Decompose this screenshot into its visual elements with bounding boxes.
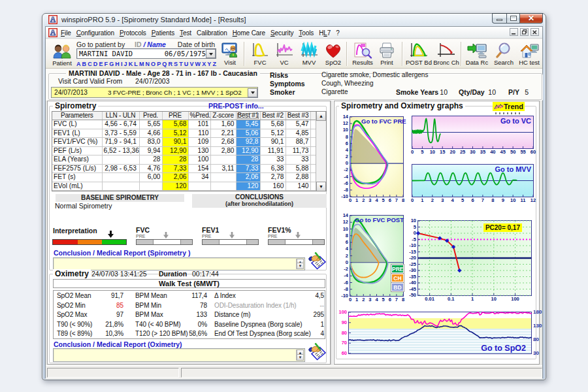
pre-post-info-link[interactable]: PRE-POST info... <box>208 102 264 110</box>
spo2-trend-chart[interactable]: Go to SpO2 100908070601801308030 <box>348 312 532 354</box>
alphabet-letter-x[interactable]: X <box>202 61 206 67</box>
menu-home-care[interactable]: Home Care <box>230 29 268 37</box>
mvv-chart[interactable]: Go to MVV0123456789101112 <box>412 164 534 197</box>
column-header-pre[interactable]: PRE <box>162 112 188 120</box>
mdi-close-button[interactable] <box>531 28 539 36</box>
menu-test[interactable]: Test <box>177 29 194 37</box>
table-row-evol-ml[interactable]: EVol (mL)120120160140 <box>52 182 317 191</box>
menu-[interactable]: ? <box>333 29 342 37</box>
alphabet-letter-c[interactable]: C <box>88 61 92 67</box>
menu-calibration[interactable]: Calibration <box>194 29 230 37</box>
scroll-down-button[interactable]: ▼ <box>316 182 326 191</box>
oxi-conclusion-link[interactable]: Conclusion / Medical Report (Oximetry) <box>54 340 182 348</box>
alphabet-letter-d[interactable]: D <box>93 61 98 67</box>
alphabet-letter-m[interactable]: M <box>139 61 144 67</box>
alphabet-letter-w[interactable]: W <box>195 61 201 67</box>
menu-security[interactable]: Security <box>268 29 296 37</box>
minimize-button[interactable] <box>492 13 506 24</box>
textarea-scrollbar[interactable]: ▲▼ <box>296 259 304 269</box>
column-header-pred[interactable]: Pred. <box>139 112 162 120</box>
alphabet-letter-h[interactable]: H <box>115 61 120 67</box>
patient-search-input[interactable]: MARTINI DAVID 06/05/1975 <box>76 48 216 59</box>
menu-protocols[interactable]: Protocols <box>117 29 149 37</box>
vc-chart[interactable]: Go to VC051015202530354045505560 <box>412 116 534 149</box>
alphabet-letter-j[interactable]: J <box>124 61 127 67</box>
column-header-pred[interactable]: %Pred. <box>188 112 210 120</box>
fvc-pre-chart[interactable]: Go to FVC PRE14121086420-2-4-6-8-1001234… <box>350 116 404 197</box>
alphabet-letter-v[interactable]: V <box>189 61 193 67</box>
menu-tools[interactable]: Tools <box>296 29 316 37</box>
go-to-vc-link[interactable]: Go to VC <box>500 117 531 125</box>
table-row-fev1-l[interactable]: FEV1 (L)3,73 - 5,594,665,121102,215,065,… <box>52 129 317 138</box>
toolbar-patient-button[interactable]: Patient <box>49 42 75 67</box>
table-row-fvc-l[interactable]: FVC (L)4,56 - 6,745,655,681011,605,455,6… <box>52 120 317 129</box>
trend-button[interactable]: Trend <box>493 102 525 111</box>
visit-select[interactable]: 24/07/2013 3 FVC-PRE ; Bronc Ch ; 1 VC ;… <box>51 87 258 98</box>
toolbar-print-button[interactable]: Print <box>372 42 402 66</box>
column-header-best-1[interactable]: Best #1 <box>236 112 260 120</box>
alphabet-letter-i[interactable]: I <box>121 61 123 67</box>
visit-dropdown-button[interactable] <box>248 88 257 97</box>
dob-dropdown-button[interactable] <box>206 49 216 58</box>
scroll-up-button[interactable]: ▲ <box>316 111 326 121</box>
alphabet-letter-b[interactable]: B <box>82 61 87 67</box>
title-bar[interactable]: winspiroPRO 5.9 - [Spirometry Standard M… <box>42 14 546 26</box>
menu-hl7[interactable]: HL7 <box>316 29 333 37</box>
edit-notepad-icon[interactable] <box>307 342 327 361</box>
alphabet-letter-t[interactable]: T <box>179 61 183 67</box>
alphabet-letter-s[interactable]: S <box>174 61 178 67</box>
menu-patients[interactable]: Patients <box>149 29 177 37</box>
table-row-pef-l-s[interactable]: PEF (L/s)6,52 - 13,369,9412,901302,8012,… <box>52 146 317 155</box>
alphabet-letter-k[interactable]: K <box>129 61 133 67</box>
table-scrollbar[interactable]: ▲ ▼ <box>316 112 326 191</box>
alphabet-letter-e[interactable]: E <box>99 61 103 67</box>
alphabet-letter-u[interactable]: U <box>184 61 189 67</box>
spiro-conclusion-textarea[interactable]: ▲▼ <box>53 257 305 270</box>
alphabet-letter-a[interactable]: A <box>76 61 81 67</box>
toolbar-bronc-ch-button[interactable]: Bronc Ch <box>431 42 461 66</box>
maximize-button[interactable] <box>506 13 520 24</box>
alphabet-letter-o[interactable]: O <box>151 61 155 67</box>
column-header-best-2[interactable]: Best #2 <box>260 112 286 120</box>
toolbar-spo2-button[interactable]: SpO2 <box>318 42 348 66</box>
toolbar-hc-test-button[interactable]: HC test <box>514 42 544 66</box>
table-row-fev1-fvc[interactable]: FEV1/FVC (%)71,9 - 94,183,090,11092,6892… <box>52 138 317 147</box>
table-row-fef2575-l-s[interactable]: FEF2575 (L/s)2,98 - 6,534,767,331543,117… <box>52 164 317 173</box>
table-row-ela-years[interactable]: ELA (Years)2828100283333 <box>52 155 317 165</box>
table-row-fet-s[interactable]: FET (s)6,002,06342,062,782,88 <box>52 173 317 182</box>
mdi-minimize-button[interactable] <box>510 28 518 36</box>
toolbar-data-rc-button[interactable]: Data Rc <box>462 42 492 66</box>
go-to-spo2-link[interactable]: Go to SpO2 <box>481 344 526 353</box>
mdi-restore-button[interactable] <box>520 28 529 36</box>
toolbar-visit-button[interactable]: Visit <box>215 42 245 66</box>
alphabet-letter-r[interactable]: R <box>168 61 172 67</box>
column-header-parameters[interactable]: Parameters <box>52 112 102 120</box>
textarea-scrollbar[interactable]: ▲▼ <box>296 350 304 361</box>
oxi-conclusion-textarea[interactable]: ▲▼ <box>53 348 305 362</box>
spiro-conclusion-link[interactable]: Conclusion / Medical Report (Spirometry … <box>54 249 190 257</box>
goto-by-name-link[interactable]: / Name <box>143 41 165 48</box>
scroll-down-button[interactable]: ▼ <box>297 354 304 361</box>
menu-file[interactable]: File <box>58 29 74 37</box>
alphabet-letter-q[interactable]: Q <box>162 61 167 67</box>
close-button[interactable]: ✕ <box>520 13 543 24</box>
toolbar-post-bd-button[interactable]: POST Bd <box>404 42 434 66</box>
column-header-z-score[interactable]: Z-score <box>210 112 236 120</box>
scroll-down-button[interactable]: ▼ <box>297 263 304 269</box>
alphabet-letter-n[interactable]: N <box>145 61 150 67</box>
alphabet-letter-g[interactable]: G <box>109 61 114 67</box>
column-header-best-3[interactable]: Best #3 <box>286 112 310 120</box>
column-header-lln-uln[interactable]: LLN - ULN <box>102 112 139 120</box>
edit-notepad-icon[interactable] <box>307 252 327 270</box>
go-to-fvc-post-link[interactable]: Go to FVC POST <box>355 216 404 223</box>
go-to-fvc-pre-link[interactable]: Go to FVC PRE <box>361 118 406 125</box>
alphabet-letter-p[interactable]: P <box>157 61 161 67</box>
go-to-mvv-link[interactable]: Go to MVV <box>495 165 531 173</box>
pc20-chart[interactable]: PC20= 0,171050-5-10-15-20-25-30-35-40-45… <box>417 220 532 296</box>
fvc-post-chart[interactable]: Go to FVC POST14121086420-2-4-6-8-100123… <box>350 215 404 297</box>
alphabet-letter-y[interactable]: Y <box>207 61 211 67</box>
alphabet-letter-f[interactable]: F <box>105 61 108 67</box>
goto-by-id-link[interactable]: ID <box>135 41 142 48</box>
alphabet-letter-l[interactable]: L <box>134 61 138 67</box>
menu-configuration[interactable]: Configuration <box>74 29 117 37</box>
